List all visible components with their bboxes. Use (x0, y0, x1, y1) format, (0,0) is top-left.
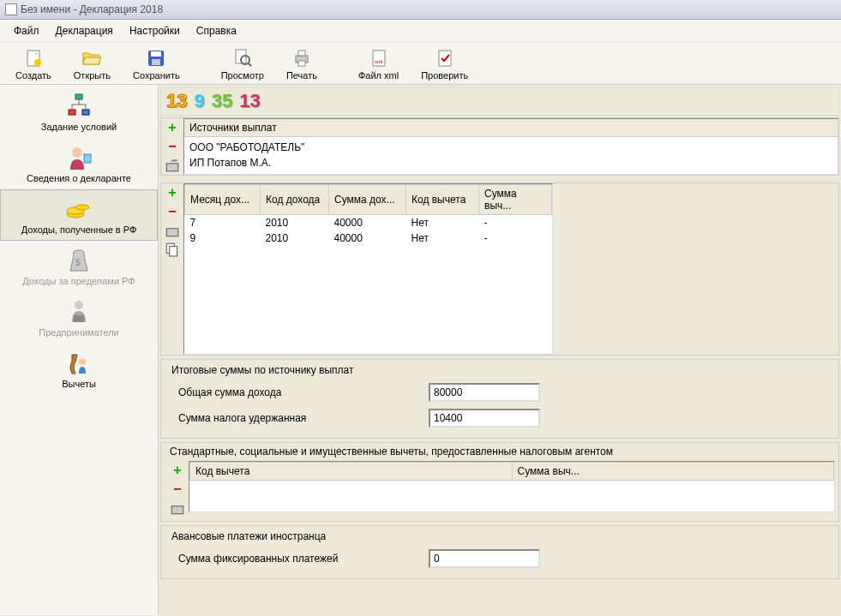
col-dsum[interactable]: Сумма выч... (479, 185, 552, 215)
check-label: Проверить (421, 70, 468, 81)
source-row-0[interactable]: ООО "РАБОТОДАТЕЛЬ" (189, 140, 832, 155)
svg-point-25 (75, 205, 89, 210)
ded-col-sum[interactable]: Сумма выч... (512, 463, 834, 481)
remove-deduction-button[interactable]: − (170, 481, 185, 497)
sources-actions: + − (161, 118, 183, 175)
xml-label: Файл xml (358, 70, 399, 81)
svg-line-7 (249, 63, 251, 66)
hierarchy-icon (65, 93, 93, 120)
sidebar-item-deductions[interactable]: Вычеты (0, 344, 158, 395)
svg-rect-15 (69, 110, 75, 115)
print-label: Печать (286, 70, 317, 81)
col-month[interactable]: Месяц дох... (185, 185, 261, 215)
deductions-title: Стандартные, социальные и имущественные … (166, 446, 616, 458)
open-button[interactable]: Открыть (63, 46, 121, 82)
remove-income-button[interactable]: − (165, 204, 180, 219)
source-row-1[interactable]: ИП Потапов М.А. (189, 155, 832, 170)
deductions-actions: + − (166, 461, 189, 517)
svg-point-1 (34, 59, 41, 66)
menu-declaration[interactable]: Декларация (49, 23, 120, 39)
col-dcode[interactable]: Код вычета (406, 185, 479, 215)
svg-rect-34 (171, 506, 183, 514)
sidebar-label-entrepreneurs: Предприниматели (39, 327, 118, 338)
rate-tab-9[interactable]: 9 (191, 90, 207, 112)
col-code[interactable]: Код дохода (261, 185, 329, 215)
svg-text:$: $ (75, 258, 81, 267)
rate-tab-13-yellow[interactable]: 13 (164, 90, 189, 112)
edit-icon (170, 500, 185, 516)
edit-source-button[interactable] (165, 158, 180, 173)
check-button[interactable]: Проверить (411, 46, 478, 82)
copy-income-button[interactable] (165, 242, 180, 257)
income-panel: + − Месяц дох... Код дохода Сумма дох... (160, 182, 839, 356)
sidebar-item-declarant[interactable]: Сведения о декларанте (0, 138, 158, 189)
income-actions: + − (161, 183, 183, 355)
add-income-button[interactable]: + (165, 185, 180, 200)
person-icon (65, 144, 93, 171)
add-source-button[interactable]: + (165, 120, 180, 135)
edit-icon (165, 158, 180, 173)
svg-rect-31 (166, 229, 178, 236)
edit-deduction-button[interactable] (170, 500, 185, 516)
save-button[interactable]: Сохранить (123, 46, 190, 82)
sidebar-item-entrepreneurs[interactable]: Предприниматели (0, 292, 158, 344)
svg-rect-13 (439, 51, 451, 66)
sidebar-label-deductions: Вычеты (62, 379, 96, 389)
floppy-icon (146, 48, 166, 69)
xml-button[interactable]: xml Файл xml (348, 46, 409, 82)
svg-rect-22 (84, 154, 91, 163)
svg-rect-4 (152, 59, 160, 65)
title-bar: Без имени - Декларация 2018 (0, 0, 841, 20)
menu-bar: Файл Декларация Настройки Справка (0, 20, 841, 43)
rate-tab-35[interactable]: 35 (209, 90, 235, 112)
rate-tab-13-red[interactable]: 13 (237, 90, 262, 112)
tax-rate-tabs: 13 9 35 13 (160, 87, 839, 116)
menu-file[interactable]: Файл (7, 23, 46, 39)
col-sum[interactable]: Сумма дох... (329, 185, 406, 215)
sidebar-item-conditions[interactable]: Задание условий (0, 87, 158, 138)
income-grid[interactable]: Месяц дох... Код дохода Сумма дох... Код… (184, 184, 552, 246)
magnifier-icon (232, 48, 253, 69)
advance-label: Сумма фиксированных платежей (178, 553, 418, 565)
sidebar: Задание условий Сведения о декларанте До… (0, 85, 159, 615)
xml-file-icon: xml (369, 48, 389, 69)
svg-text:xml: xml (375, 59, 382, 64)
coins-icon (65, 195, 93, 223)
svg-point-29 (79, 358, 86, 365)
sidebar-item-income-abroad[interactable]: $ Доходы за пределами РФ (0, 241, 158, 292)
add-deduction-button[interactable]: + (170, 463, 185, 478)
svg-rect-30 (166, 164, 178, 171)
print-button[interactable]: Печать (276, 46, 327, 82)
income-row-0[interactable]: 7 2010 40000 Нет - (185, 215, 552, 231)
sidebar-label-income-rf: Доходы, полученные в РФ (21, 224, 137, 235)
app-icon (5, 3, 17, 15)
save-label: Сохранить (133, 70, 180, 81)
edit-income-button[interactable] (165, 223, 180, 238)
totals-title: Итоговые суммы по источнику выплат (168, 364, 357, 376)
svg-point-27 (75, 301, 83, 309)
sidebar-item-income-rf[interactable]: Доходы, полученные в РФ (0, 189, 158, 241)
remove-source-button[interactable]: − (165, 139, 180, 154)
tax-withheld-input[interactable] (429, 409, 540, 428)
totals-fieldset: Итоговые суммы по источнику выплат Общая… (160, 359, 839, 439)
create-button[interactable]: Создать (5, 46, 62, 82)
preview-button[interactable]: Просмотр (211, 46, 274, 82)
tax-withheld-label: Сумма налога удержанная (178, 412, 418, 424)
income-row-1[interactable]: 9 2010 40000 Нет - (185, 230, 552, 246)
copy-icon (165, 242, 180, 257)
deductions-grid[interactable]: Код вычета Сумма выч... (189, 462, 834, 481)
deductions-fieldset: Стандартные, социальные и имущественные … (160, 442, 839, 522)
advance-title: Авансовые платежи иностранца (168, 530, 329, 542)
sources-list[interactable]: ООО "РАБОТОДАТЕЛЬ" ИП Потапов М.А. (184, 137, 838, 173)
menu-help[interactable]: Справка (189, 23, 243, 39)
svg-rect-9 (298, 51, 305, 56)
total-income-label: Общая сумма дохода (178, 386, 418, 398)
total-income-input[interactable] (429, 383, 540, 402)
printer-icon (291, 48, 312, 69)
window-title: Без имени - Декларация 2018 (21, 3, 163, 15)
advance-input[interactable] (429, 549, 540, 568)
sidebar-label-declarant: Сведения о декларанте (27, 173, 131, 183)
ded-col-code[interactable]: Код вычета (190, 463, 513, 481)
menu-settings[interactable]: Настройки (123, 23, 187, 39)
check-file-icon (435, 48, 455, 69)
